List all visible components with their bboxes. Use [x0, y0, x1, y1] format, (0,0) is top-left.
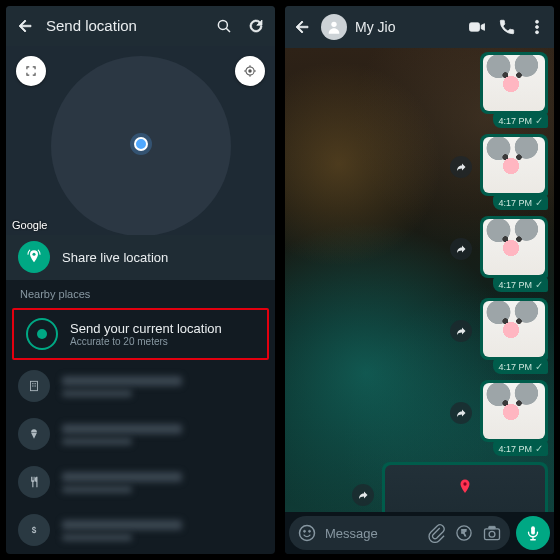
sent-check-icon: ✓ [535, 361, 543, 372]
location-map-thumbnail: Google [385, 465, 545, 512]
message-list: 4:17 PM✓ 4:17 PM✓ 4:17 PM✓ 4:17 PM✓ [285, 48, 554, 512]
share-live-label: Share live location [62, 250, 168, 265]
svg-point-22 [304, 530, 306, 532]
svg-text:₹: ₹ [461, 528, 467, 538]
svg-point-8 [32, 253, 35, 256]
svg-rect-9 [31, 381, 38, 390]
sent-check-icon: ✓ [535, 197, 543, 208]
map-preview[interactable]: Google [6, 46, 275, 235]
svg-point-0 [218, 20, 227, 29]
map-pin-icon [456, 478, 474, 500]
svg-point-20 [463, 482, 466, 485]
current-location-subtitle: Accurate to 20 meters [70, 336, 222, 347]
avatar[interactable] [321, 14, 347, 40]
timestamp: 4:17 PM [498, 198, 532, 208]
building-icon [18, 370, 50, 402]
highlight-box: Send your current location Accurate to 2… [12, 308, 269, 360]
camera-icon[interactable] [482, 523, 502, 543]
outgoing-image-message[interactable]: 4:17 PM✓ [480, 52, 548, 128]
video-call-icon[interactable] [466, 16, 488, 38]
cutlery-icon [18, 466, 50, 498]
svg-point-23 [309, 530, 311, 532]
image-thumbnail [483, 55, 545, 111]
outgoing-image-message[interactable]: 4:17 PM✓ [480, 216, 548, 292]
forward-icon[interactable] [450, 238, 472, 260]
nearby-places-label: Nearby places [6, 280, 275, 306]
share-live-location-button[interactable]: Share live location [6, 235, 275, 280]
input-bar: Message ₹ [285, 512, 554, 554]
sent-check-icon: ✓ [535, 443, 543, 454]
header-title: Send location [46, 17, 203, 34]
current-location-title: Send your current location [70, 321, 222, 336]
image-thumbnail [483, 137, 545, 193]
svg-rect-28 [489, 526, 496, 529]
timestamp: 4:17 PM [498, 116, 532, 126]
sent-check-icon: ✓ [535, 115, 543, 126]
send-current-location-button[interactable]: Send your current location Accurate to 2… [14, 310, 267, 358]
svg-rect-29 [531, 526, 535, 534]
svg-point-19 [536, 31, 539, 34]
timestamp: 4:17 PM [498, 362, 532, 372]
fullscreen-icon[interactable] [16, 56, 46, 86]
svg-line-1 [226, 28, 230, 32]
svg-point-15 [331, 22, 336, 27]
chat-header: My Jio [285, 6, 554, 48]
sent-check-icon: ✓ [535, 279, 543, 290]
svg-point-18 [536, 26, 539, 29]
my-location-icon[interactable] [235, 56, 265, 86]
send-location-screen: Send location Google Share live location… [6, 6, 275, 554]
outgoing-image-message[interactable]: 4:17 PM✓ [480, 298, 548, 374]
forward-icon[interactable] [352, 484, 374, 506]
nearby-place-item[interactable]: $ [6, 506, 275, 554]
message-input[interactable]: Message ₹ [289, 516, 510, 550]
image-thumbnail [483, 383, 545, 439]
timestamp: 4:17 PM [498, 444, 532, 454]
timestamp: 4:17 PM [498, 280, 532, 290]
live-location-icon [18, 241, 50, 273]
nearby-place-item[interactable] [6, 362, 275, 410]
forward-icon[interactable] [450, 320, 472, 342]
search-icon[interactable] [213, 15, 235, 37]
ice-cream-icon [18, 418, 50, 450]
target-icon [26, 318, 58, 350]
attach-icon[interactable] [426, 523, 446, 543]
forward-icon[interactable] [450, 402, 472, 424]
refresh-icon[interactable] [245, 15, 267, 37]
emoji-icon[interactable] [297, 523, 317, 543]
input-placeholder: Message [325, 526, 418, 541]
location-dot [134, 137, 148, 151]
mic-button[interactable] [516, 516, 550, 550]
forward-icon[interactable] [450, 156, 472, 178]
back-button[interactable] [291, 16, 313, 38]
svg-rect-11 [35, 383, 36, 384]
contact-name[interactable]: My Jio [355, 19, 458, 35]
svg-point-17 [536, 20, 539, 23]
outgoing-image-message[interactable]: 4:17 PM✓ [480, 134, 548, 210]
svg-point-27 [489, 531, 495, 537]
outgoing-location-message[interactable]: Google 4:20 PM✓ [382, 462, 548, 512]
svg-text:$: $ [32, 526, 37, 535]
chat-body[interactable]: 4:17 PM✓ 4:17 PM✓ 4:17 PM✓ 4:17 PM✓ [285, 48, 554, 512]
header: Send location [6, 6, 275, 46]
more-icon[interactable] [526, 16, 548, 38]
svg-rect-26 [485, 529, 500, 540]
outgoing-image-message[interactable]: 4:17 PM✓ [480, 380, 548, 456]
svg-rect-12 [32, 385, 33, 386]
chat-screen: My Jio 4:17 PM✓ 4:17 PM✓ [285, 6, 554, 554]
svg-rect-13 [35, 385, 36, 386]
svg-point-2 [248, 69, 252, 73]
image-thumbnail [483, 301, 545, 357]
dollar-icon: $ [18, 514, 50, 546]
image-thumbnail [483, 219, 545, 275]
svg-rect-16 [470, 23, 480, 31]
nearby-place-item[interactable] [6, 458, 275, 506]
back-button[interactable] [14, 15, 36, 37]
svg-point-21 [300, 526, 315, 541]
svg-rect-10 [32, 383, 33, 384]
voice-call-icon[interactable] [496, 16, 518, 38]
payment-icon[interactable]: ₹ [454, 523, 474, 543]
map-attribution: Google [12, 219, 47, 231]
nearby-place-item[interactable] [6, 410, 275, 458]
